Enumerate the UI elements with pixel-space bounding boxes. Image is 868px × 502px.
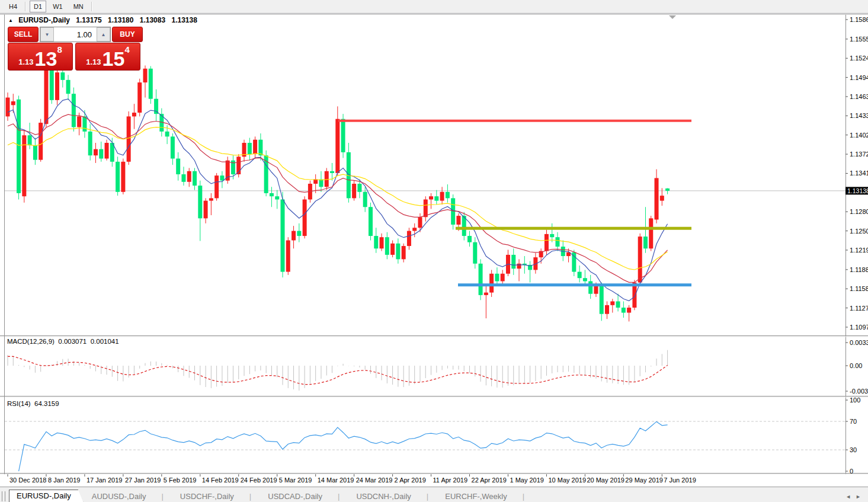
price-axis-tick: 1.12805 bbox=[850, 208, 868, 215]
macd-label: MACD(12,26,9) 0.003071 0.001041 bbox=[7, 338, 119, 345]
date-axis-tick: 5 Mar 2019 bbox=[279, 477, 312, 484]
price-axis-tick: 1.15860 bbox=[850, 16, 868, 23]
price-axis-tick: 1.12500 bbox=[850, 228, 868, 235]
tab-eurusd-daily[interactable]: EURUSD-,Daily bbox=[9, 490, 84, 502]
price-axis-tick: 1.15245 bbox=[850, 55, 868, 62]
date-axis-tick: 27 Jan 2019 bbox=[125, 477, 161, 484]
collapse-panel-icon[interactable]: ▲ bbox=[8, 18, 13, 23]
toolbar-separator bbox=[91, 2, 92, 11]
chart-canvas[interactable]: 1.158601.155501.152451.149401.146351.143… bbox=[0, 0, 868, 502]
price-axis-tick: 1.12195 bbox=[850, 247, 868, 254]
macd-signal-value: 0.001041 bbox=[91, 338, 119, 345]
macd-axis-tick: 0.00 bbox=[850, 362, 862, 369]
chart-symbol-label: EURUSD-,Daily bbox=[18, 16, 70, 24]
date-axis-tick: 17 Jan 2019 bbox=[87, 477, 123, 484]
tabbar-grip[interactable] bbox=[2, 491, 5, 501]
macd-main-value: 0.003071 bbox=[58, 338, 87, 345]
date-axis-tick: 22 Apr 2019 bbox=[472, 477, 507, 484]
ohlc-close: 1.13138 bbox=[172, 16, 197, 24]
timeframe-button-w1[interactable]: W1 bbox=[49, 1, 67, 12]
rsi-axis-tick: 0 bbox=[850, 468, 853, 475]
price-axis-tick: 1.14940 bbox=[850, 74, 868, 81]
date-axis-tick: 24 Feb 2019 bbox=[241, 477, 277, 484]
price-axis-tick: 1.13415 bbox=[850, 170, 868, 177]
date-axis-tick: 30 Dec 2018 bbox=[9, 477, 46, 484]
ohlc-high: 1.13180 bbox=[108, 16, 133, 24]
tab-usdcnh-daily[interactable]: USDCNH-,Daily bbox=[348, 491, 437, 502]
tab-scroll-left-icon[interactable]: ◄ bbox=[843, 494, 853, 500]
price-axis-tick: 1.14635 bbox=[850, 93, 868, 100]
tab-usdcad-daily[interactable]: USDCAD-,Daily bbox=[260, 491, 348, 502]
date-axis-tick: 20 May 2019 bbox=[587, 477, 624, 484]
rsi-axis-tick: 100 bbox=[850, 397, 860, 404]
price-axis-tick: 1.14025 bbox=[850, 132, 868, 139]
one-click-trade-panel: SELL ▼ ▲ BUY 1.13 13 8 1.13 15 4 bbox=[8, 27, 143, 71]
timeframe-toolbar: H4 D1 W1 MN bbox=[0, 0, 868, 14]
macd-axis-tick: -0.003664 bbox=[850, 388, 868, 395]
tab-scroll-right-icon[interactable]: ► bbox=[853, 494, 863, 500]
buy-price-big: 15 bbox=[103, 49, 125, 68]
timeframe-button-mn[interactable]: MN bbox=[69, 1, 88, 12]
symbol-tabbar: EURUSD-,Daily AUDUSD-,Daily USDCHF-,Dail… bbox=[0, 487, 868, 502]
macd-axis-tick: 0.003392 bbox=[850, 339, 868, 346]
terminal-window: 1.158601.155501.152451.149401.146351.143… bbox=[0, 0, 868, 502]
date-axis-tick: 24 Mar 2019 bbox=[356, 477, 393, 484]
svg-text:1.13138: 1.13138 bbox=[847, 187, 868, 194]
date-axis-tick: 2 Apr 2019 bbox=[395, 477, 426, 484]
date-axis-tick: 14 Feb 2019 bbox=[202, 477, 239, 484]
volume-increase-icon[interactable]: ▲ bbox=[97, 27, 110, 41]
date-axis-tick: 10 May 2019 bbox=[548, 477, 586, 484]
price-axis-tick: 1.15550 bbox=[850, 36, 868, 43]
timeframe-button-h4[interactable]: H4 bbox=[5, 1, 21, 12]
timeframe-button-d1[interactable]: D1 bbox=[30, 1, 46, 12]
buy-price-prefix: 1.13 bbox=[86, 57, 101, 66]
price-axis-tick: 1.13720 bbox=[850, 151, 868, 158]
date-axis-tick: 11 Apr 2019 bbox=[433, 477, 468, 484]
rsi-axis-tick: 70 bbox=[850, 418, 857, 425]
price-axis-tick: 1.11885 bbox=[850, 266, 868, 273]
date-axis-tick: 1 May 2019 bbox=[510, 477, 543, 484]
chart-ohlc-title: ▲ EURUSD-,Daily 1.13175 1.13180 1.13083 … bbox=[8, 16, 197, 24]
price-axis-tick: 1.11580 bbox=[850, 285, 868, 292]
tab-eurchf-weekly[interactable]: EURCHF-,Weekly bbox=[437, 491, 533, 502]
price-axis-tick: 1.14330 bbox=[850, 112, 868, 119]
ohlc-open: 1.13175 bbox=[76, 16, 101, 24]
rsi-value: 64.3159 bbox=[34, 400, 59, 407]
rsi-axis-tick: 30 bbox=[850, 446, 857, 453]
volume-decrease-icon[interactable]: ▼ bbox=[40, 27, 54, 41]
tab-usdchf-daily[interactable]: USDCHF-,Daily bbox=[172, 491, 260, 502]
date-axis-tick: 8 Jan 2019 bbox=[48, 477, 80, 484]
price-axis-tick: 1.11275 bbox=[850, 305, 868, 312]
buy-button[interactable]: BUY bbox=[112, 27, 143, 42]
date-axis-tick: 5 Feb 2019 bbox=[164, 477, 197, 484]
sell-quote-button[interactable]: 1.13 13 8 bbox=[8, 43, 73, 71]
rsi-label: RSI(14) 64.3159 bbox=[7, 400, 59, 407]
date-axis-tick: 7 Jun 2019 bbox=[664, 477, 696, 484]
rsi-name: RSI(14) bbox=[7, 400, 31, 407]
date-axis-tick: 14 Mar 2019 bbox=[318, 477, 354, 484]
price-axis-tick: 1.10970 bbox=[850, 324, 868, 331]
sell-price-big: 13 bbox=[35, 49, 57, 68]
volume-input[interactable] bbox=[54, 27, 97, 41]
toolbar-separator bbox=[25, 2, 26, 11]
sell-price-sup: 8 bbox=[57, 44, 62, 55]
date-axis-tick: 29 May 2019 bbox=[625, 477, 663, 484]
tab-audusd-daily[interactable]: AUDUSD-,Daily bbox=[84, 491, 172, 502]
buy-price-sup: 4 bbox=[124, 44, 129, 55]
sell-price-prefix: 1.13 bbox=[18, 57, 33, 66]
ohlc-low: 1.13083 bbox=[140, 16, 165, 24]
volume-stepper: ▼ ▲ bbox=[40, 27, 111, 42]
macd-name: MACD(12,26,9) bbox=[7, 338, 55, 345]
buy-quote-button[interactable]: 1.13 15 4 bbox=[75, 43, 140, 71]
sell-button[interactable]: SELL bbox=[8, 27, 39, 42]
